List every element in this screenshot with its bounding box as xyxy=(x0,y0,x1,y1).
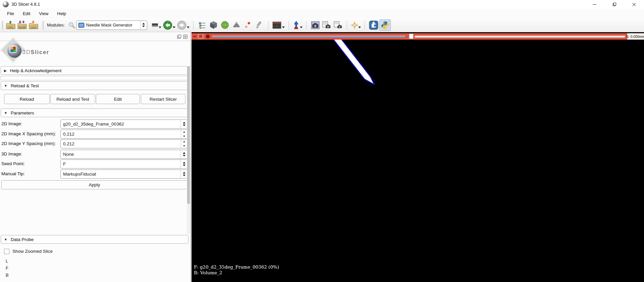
markups-module-button[interactable] xyxy=(242,19,254,31)
spinbox-buttons[interactable] xyxy=(181,130,187,138)
slice-slider-handle[interactable] xyxy=(409,34,414,39)
reload-and-test-button[interactable]: Reload and Test xyxy=(50,94,95,104)
panel-close-button[interactable] xyxy=(183,34,188,39)
manual-tip-combobox[interactable]: MarkupsFiducial xyxy=(60,170,187,179)
menu-help[interactable]: Help xyxy=(53,10,70,17)
apply-button[interactable]: Apply xyxy=(1,180,187,189)
spin-down-icon xyxy=(183,175,185,176)
spin-up-icon xyxy=(183,162,185,163)
svg-text:DATA: DATA xyxy=(8,26,13,28)
python-console-button[interactable] xyxy=(379,19,391,31)
spin-up-icon xyxy=(183,131,185,133)
mouse-interaction-button[interactable] xyxy=(292,19,301,31)
python-icon xyxy=(381,21,389,30)
3d-image-combobox[interactable]: None xyxy=(60,150,187,159)
x-spacing-spinbox[interactable]: 0.212 xyxy=(60,130,187,139)
save-button[interactable]: SAVE xyxy=(28,19,39,31)
reload-test-section[interactable]: ▼ Reload & Test xyxy=(1,81,189,90)
menu-file[interactable]: File xyxy=(3,10,18,17)
toolbar-handle[interactable] xyxy=(43,21,44,30)
crosshair-button[interactable] xyxy=(350,19,359,31)
field-label: Manual Tip: xyxy=(1,171,25,176)
slice-slider-track-filled[interactable] xyxy=(212,36,405,38)
module-back-button[interactable] xyxy=(162,19,173,31)
panel-float-button[interactable] xyxy=(177,34,182,39)
data-probe-row-b: B xyxy=(6,273,9,278)
panel-scrollbar[interactable] xyxy=(187,66,190,234)
show-zoomed-slice-checkbox[interactable] xyxy=(4,249,9,254)
scene-view-camera-icon xyxy=(322,21,331,29)
field-label: 2D Image: xyxy=(1,121,22,126)
collapsed-arrow-icon: ▶ xyxy=(4,69,7,73)
edit-button[interactable]: Edit xyxy=(96,94,140,104)
load-data-button[interactable]: DATA xyxy=(5,19,16,31)
module-selector-combobox[interactable]: Needle Mask Generator xyxy=(76,20,147,30)
parameters-section[interactable]: ▼ Parameters xyxy=(1,108,189,117)
module-history-button[interactable] xyxy=(151,19,159,31)
layout-selector-button[interactable] xyxy=(271,19,283,31)
scene-view-capture-button[interactable] xyxy=(321,19,332,31)
mouse-mode-arrow-icon xyxy=(293,21,299,30)
expanded-arrow-icon: ▼ xyxy=(4,111,7,115)
expanded-arrow-icon: ▼ xyxy=(4,84,7,88)
maximize-button[interactable] xyxy=(605,0,624,9)
search-icon xyxy=(68,21,75,29)
restart-slicer-button[interactable]: Restart Slicer xyxy=(141,94,185,104)
spin-down-icon xyxy=(183,145,185,147)
parameter-row-3d-image: 3D Image: None xyxy=(0,150,191,159)
viewport-corner-annotation: F: g20_d2_35deg_Frame_00362 (0%) B: Volu… xyxy=(194,264,279,275)
parameter-row-x-spacing: 2D Image X Spacing (mm): 0.212 xyxy=(0,130,191,139)
menu-edit[interactable]: Edit xyxy=(18,10,35,17)
toolbar-separator xyxy=(193,21,194,30)
title-bar: 3D Slicer 4.8.1 xyxy=(0,0,644,9)
2d-image-combobox[interactable]: g20_d2_35deg_Frame_00362 xyxy=(60,120,187,129)
minimize-button[interactable] xyxy=(585,0,604,9)
markups-icon xyxy=(244,21,252,29)
panel-dock-titlebar xyxy=(0,32,191,41)
scene-view-restore-button[interactable] xyxy=(332,19,344,31)
slice-controller-bar: R S: 0.000mm xyxy=(192,33,644,40)
menu-bar: File Edit View Help xyxy=(0,9,644,18)
toolbar-handle[interactable] xyxy=(2,21,3,30)
transforms-module-button[interactable] xyxy=(231,19,242,31)
combo-spinner[interactable] xyxy=(180,160,187,168)
slice-slider-track[interactable] xyxy=(415,36,625,38)
models-icon xyxy=(221,21,229,29)
menu-view[interactable]: View xyxy=(35,10,53,17)
y-spacing-spinbox[interactable]: 0.212 xyxy=(60,139,187,148)
toolbar-separator xyxy=(268,21,268,30)
spin-up-icon xyxy=(183,152,185,154)
close-button[interactable] xyxy=(625,0,643,9)
combo-spinner[interactable] xyxy=(180,150,187,158)
screenshot-button[interactable] xyxy=(310,19,321,31)
show-module-finder-button[interactable] xyxy=(197,19,208,31)
volumes-module-button[interactable] xyxy=(208,19,219,31)
data-probe-section[interactable]: ▼ Data Probe xyxy=(1,235,189,244)
scrollbar-thumb[interactable] xyxy=(187,66,190,204)
models-module-button[interactable] xyxy=(219,19,231,31)
crosshair-icon xyxy=(351,21,359,29)
red-slice-viewport[interactable]: R S: 0.000mm F: g20_d2_35deg_Frame_00362… xyxy=(192,32,644,282)
toolbar-separator xyxy=(365,21,365,30)
dicom-button[interactable]: DICOM xyxy=(16,19,28,31)
pin-bar-icon[interactable] xyxy=(193,36,196,37)
extensions-manager-button[interactable] xyxy=(368,19,379,31)
module-forward-button[interactable] xyxy=(176,19,187,31)
spinbox-buttons[interactable] xyxy=(181,140,187,148)
spin-up-icon xyxy=(183,172,185,174)
combo-spinner[interactable] xyxy=(180,120,187,128)
scene-view-restore-icon xyxy=(333,21,342,29)
help-acknowledgement-section[interactable]: ▶ Help & Acknowledgement xyxy=(1,66,189,75)
slice-menu-icon[interactable] xyxy=(206,34,210,39)
module-search-button[interactable] xyxy=(67,19,76,31)
show-zoomed-slice-label: Show Zoomed Slice xyxy=(12,249,53,254)
combo-spinner[interactable] xyxy=(180,170,187,178)
screenshot-camera-icon xyxy=(311,21,320,29)
editor-module-button[interactable] xyxy=(254,19,265,31)
load-data-icon: DATA xyxy=(6,20,16,30)
field-value: 0.212 xyxy=(61,132,181,137)
seed-point-combobox[interactable]: F xyxy=(60,159,187,169)
module-combo-spinner[interactable] xyxy=(140,21,147,30)
reload-button[interactable]: Reload xyxy=(4,94,50,104)
slicer-banner-logo: 3DSlicer xyxy=(3,41,104,66)
